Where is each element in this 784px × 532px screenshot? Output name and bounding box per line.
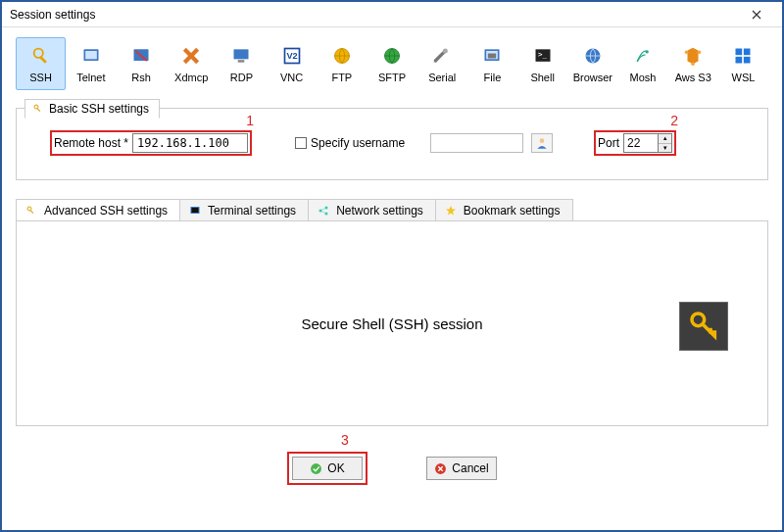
tab-network[interactable]: Network settings (308, 199, 436, 221)
tab-terminal[interactable]: Terminal settings (179, 199, 309, 221)
key-icon (687, 309, 720, 345)
port-label: Port (598, 136, 619, 150)
session-type-tabs: SSH Telnet Rsh Xdmcp RDP V2 VNC (16, 37, 768, 90)
browser-icon (581, 44, 605, 68)
file-icon (480, 44, 504, 68)
callout-2: 2 (670, 113, 678, 128)
shell-icon: >_ (531, 44, 555, 68)
port-highlight: 2 Port ▲▼ (594, 130, 676, 156)
xdmcp-icon (179, 44, 203, 68)
close-button[interactable] (737, 5, 776, 24)
vnc-icon: V2 (280, 44, 304, 68)
advanced-tab-content: Secure Shell (SSH) session (16, 220, 768, 426)
session-description: Secure Shell (SSH) session (301, 315, 482, 332)
port-input[interactable] (623, 133, 659, 153)
svg-point-39 (311, 463, 321, 474)
rdp-icon (229, 44, 253, 68)
titlebar: Session settings (2, 2, 782, 27)
session-type-shell[interactable]: >_ Shell (517, 37, 567, 90)
ftp-icon (330, 44, 354, 68)
basic-ssh-settings-group: Basic SSH settings 1 Remote host * Speci… (16, 108, 768, 180)
remote-host-label: Remote host * (54, 136, 128, 150)
username-input[interactable] (430, 133, 523, 153)
ok-button[interactable]: OK (292, 457, 363, 480)
session-type-telnet[interactable]: Telnet (66, 37, 116, 90)
session-type-xdmcp[interactable]: Xdmcp (167, 37, 217, 90)
network-icon (317, 204, 330, 218)
svg-rect-31 (30, 211, 34, 215)
remote-host-input[interactable] (132, 133, 248, 153)
ssh-icon (29, 44, 53, 68)
session-type-ftp[interactable]: FTP (317, 37, 367, 90)
session-type-rdp[interactable]: RDP (217, 37, 267, 90)
svg-point-30 (27, 207, 31, 211)
aws-s3-icon (681, 44, 705, 68)
session-type-browser[interactable]: Browser (567, 37, 617, 90)
svg-rect-1 (39, 56, 47, 64)
svg-point-12 (443, 49, 448, 54)
user-picker-button[interactable] (531, 133, 553, 153)
svg-rect-28 (37, 109, 41, 113)
star-icon (444, 204, 458, 218)
dialog-title: Session settings (10, 8, 95, 22)
key-small-icon (24, 204, 38, 218)
session-type-wsl[interactable]: WSL (718, 37, 768, 90)
ok-highlight: OK (287, 452, 368, 485)
dialog-footer: 3 OK Cancel (16, 452, 768, 485)
key-small-icon (31, 102, 45, 116)
telnet-icon (79, 44, 103, 68)
svg-text:>_: >_ (538, 50, 548, 59)
tab-advanced-ssh[interactable]: Advanced SSH settings (16, 199, 180, 221)
remote-host-highlight: 1 Remote host * (50, 130, 252, 156)
session-type-ssh[interactable]: SSH (16, 37, 66, 90)
sftp-icon (380, 44, 404, 68)
svg-rect-33 (192, 208, 199, 213)
session-type-label: SSH (29, 72, 52, 83)
user-icon (535, 136, 549, 150)
cancel-icon (434, 462, 447, 475)
session-type-mosh[interactable]: Mosh (617, 37, 667, 90)
svg-point-20 (685, 51, 689, 55)
cancel-button[interactable]: Cancel (426, 457, 497, 480)
callout-1: 1 (246, 113, 254, 128)
svg-rect-26 (744, 57, 751, 64)
svg-point-27 (34, 105, 38, 109)
session-type-vnc[interactable]: V2 VNC (267, 37, 317, 90)
serial-icon (430, 44, 454, 68)
mosh-icon (631, 44, 655, 68)
svg-point-21 (698, 51, 702, 55)
svg-point-29 (540, 138, 545, 143)
session-type-aws-s3[interactable]: Aws S3 (668, 37, 718, 90)
callout-3: 3 (341, 432, 349, 448)
svg-rect-3 (85, 51, 97, 59)
basic-ssh-legend: Basic SSH settings (24, 99, 160, 119)
session-type-rsh[interactable]: Rsh (116, 37, 166, 90)
session-type-sftp[interactable]: SFTP (367, 37, 416, 90)
check-icon (310, 462, 322, 475)
svg-marker-37 (446, 206, 456, 216)
svg-text:V2: V2 (286, 51, 297, 61)
svg-point-22 (691, 62, 695, 66)
svg-rect-23 (736, 49, 743, 56)
session-type-serial[interactable]: Serial (417, 37, 467, 90)
content-area: SSH Telnet Rsh Xdmcp RDP V2 VNC (2, 27, 782, 485)
secondary-tabs: Advanced SSH settings Terminal settings … (16, 198, 768, 220)
session-settings-dialog: Session settings SSH Telnet Rsh Xdmcp (0, 0, 784, 532)
terminal-icon (188, 204, 202, 218)
rsh-icon (129, 44, 153, 68)
tab-bookmark[interactable]: Bookmark settings (435, 199, 573, 221)
wsl-icon (731, 44, 755, 68)
specify-username-checkbox[interactable]: Specify username (295, 136, 405, 150)
close-icon (752, 10, 761, 20)
svg-rect-24 (744, 49, 751, 56)
ssh-key-logo (679, 302, 728, 351)
svg-rect-15 (488, 54, 496, 59)
checkbox-icon (295, 137, 307, 149)
svg-rect-7 (238, 60, 245, 62)
svg-rect-6 (234, 49, 249, 59)
port-spinner[interactable]: ▲▼ (659, 133, 672, 153)
svg-rect-25 (736, 57, 743, 64)
session-type-file[interactable]: File (467, 37, 517, 90)
